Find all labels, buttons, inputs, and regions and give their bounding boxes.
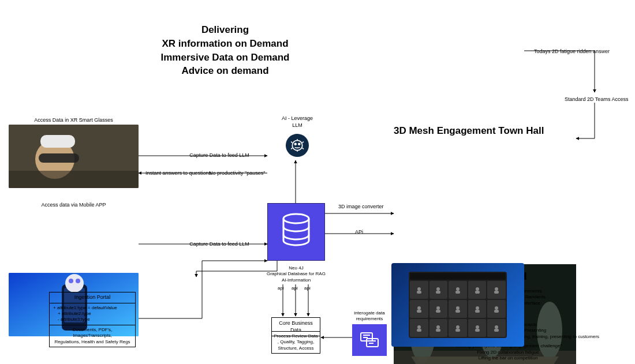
fatigue-label: Todays 2D fatigue ridden answer [534, 48, 632, 55]
svg-point-46 [436, 325, 440, 329]
process-review-box: Process Review Data , Quality, Tagging, … [271, 331, 320, 354]
api-out-label: APi [355, 229, 363, 236]
svg-point-24 [417, 287, 421, 291]
title-line: Immersive Data on Demand [133, 51, 318, 65]
api-label: api [304, 286, 311, 291]
svg-point-52 [495, 325, 498, 329]
ingestion-title: Ingestion Portal [50, 292, 135, 303]
ingestion-attrs: + attribute1:type = defaultValue + attri… [50, 303, 135, 325]
svg-point-8 [65, 274, 84, 292]
svg-point-30 [476, 287, 479, 291]
title-line: XR information on Demand [133, 37, 318, 51]
svg-rect-29 [455, 291, 460, 294]
svg-rect-41 [475, 310, 480, 313]
svg-point-50 [476, 325, 479, 329]
svg-point-38 [456, 306, 460, 310]
svg-rect-25 [417, 291, 421, 294]
svg-rect-3 [39, 153, 79, 163]
svg-point-44 [417, 325, 421, 329]
svg-point-36 [436, 306, 440, 310]
xr-glasses-image [9, 125, 139, 188]
svg-point-10 [76, 279, 80, 283]
no-pauses-label: No productivity "pauses" [209, 170, 265, 177]
api-label: api [278, 286, 284, 291]
svg-rect-37 [436, 310, 440, 313]
capture-label-2: Capture Data to feed LLM [173, 241, 266, 248]
instant-answers-label: Instant answers to questions [145, 170, 211, 177]
svg-rect-27 [436, 291, 440, 294]
svg-rect-33 [494, 291, 499, 294]
page-title: Delivering XR information on Demand Imme… [133, 23, 318, 78]
svg-point-34 [417, 306, 421, 310]
svg-point-28 [456, 287, 460, 291]
svg-point-32 [495, 287, 498, 291]
db-caption: Neo 4J Graphical Database for RAG AI-Inf… [260, 265, 333, 283]
mobile-caption: Access data via Mobile APP [9, 202, 139, 209]
ai-llm-node [286, 134, 309, 157]
svg-rect-4 [9, 171, 139, 188]
svg-rect-53 [494, 329, 499, 332]
capture-label-1: Capture Data to feed LLM [173, 152, 266, 159]
svg-point-12 [294, 143, 296, 145]
ingestion-docs: Documents, PDF's, ImagesTranscripts, Reg… [50, 325, 135, 347]
svg-point-11 [292, 140, 302, 150]
title-line: Advice on demand [133, 64, 318, 78]
svg-rect-31 [475, 291, 480, 294]
interrogate-label: interogate datarequirements [346, 310, 393, 322]
svg-rect-35 [417, 310, 421, 313]
ingestion-portal-box: Ingestion Portal + attribute1:type = def… [49, 292, 136, 347]
mesh-heading: 3D Mesh Engagement Town Hall [394, 125, 544, 137]
api-label: api [292, 286, 298, 291]
svg-rect-39 [455, 310, 460, 313]
teams-image [391, 263, 524, 347]
svg-point-13 [298, 143, 300, 145]
svg-point-48 [456, 325, 460, 329]
svg-point-42 [495, 306, 498, 310]
svg-rect-47 [436, 329, 440, 332]
svg-rect-45 [417, 329, 421, 332]
title-line: Delivering [133, 23, 318, 37]
ai-llm-label: AI - LeverageLLM [277, 115, 318, 129]
svg-rect-2 [40, 135, 75, 148]
chat-node [352, 324, 387, 356]
svg-point-9 [69, 279, 73, 283]
svg-rect-51 [475, 329, 480, 332]
svg-rect-49 [455, 329, 460, 332]
svg-point-40 [476, 306, 479, 310]
database-node [267, 203, 325, 261]
image-converter-label: 3D image converter [338, 204, 384, 211]
svg-rect-43 [494, 310, 499, 313]
svg-point-26 [436, 287, 440, 291]
svg-point-14 [283, 214, 309, 223]
standard-access-label: Standard 2D Teams Access [565, 96, 634, 103]
xr-caption: Access Data in XR Smart Glasses [9, 117, 139, 124]
